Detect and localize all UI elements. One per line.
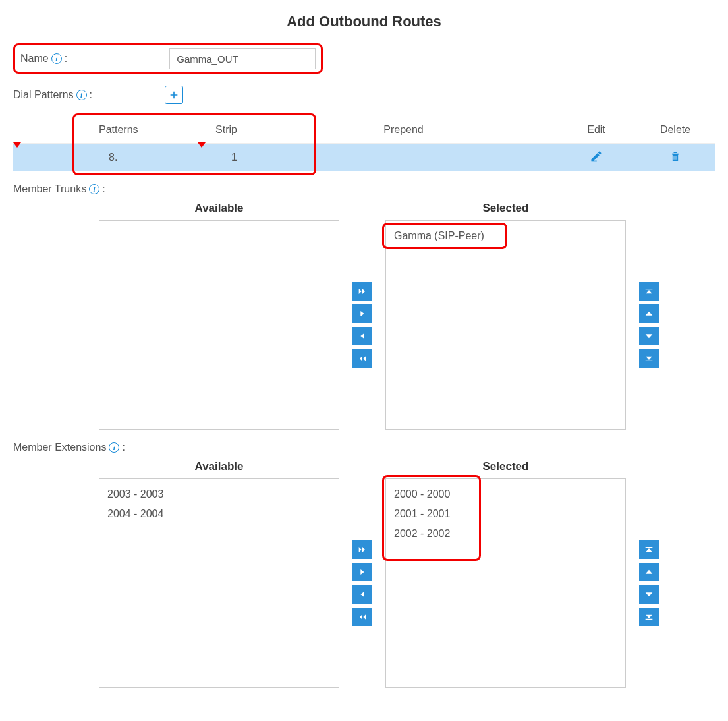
move-down-button[interactable] [639, 327, 659, 345]
bar-chevron-up-icon [644, 544, 654, 555]
dial-patterns-table: Patterns Strip Prepend Edit Delete 8. 1 [13, 116, 715, 171]
double-chevron-left-icon [357, 612, 368, 622]
selected-header: Selected [483, 460, 529, 473]
chevron-down-icon [644, 331, 654, 341]
move-bottom-button[interactable] [639, 608, 659, 626]
name-row-highlight: Name i : [13, 43, 323, 74]
info-icon[interactable]: i [51, 53, 62, 64]
chevron-up-icon [644, 567, 654, 577]
list-item[interactable]: 2002 - 2002 [394, 524, 617, 544]
ext-order-buttons [639, 478, 659, 688]
move-all-left-button[interactable] [352, 349, 372, 368]
trunks-order-buttons [639, 220, 659, 430]
move-left-button[interactable] [352, 585, 372, 604]
list-item[interactable]: Gamma (SIP-Peer) [394, 226, 617, 246]
member-extensions-label-row: Member Extensions i : [13, 442, 715, 453]
move-top-button[interactable] [639, 540, 659, 559]
member-extensions-label: Member Extensions [13, 442, 106, 453]
table-header-row: Patterns Strip Prepend Edit Delete [13, 116, 715, 144]
list-item[interactable]: 2000 - 2000 [394, 484, 617, 504]
plus-icon [169, 90, 179, 100]
move-bottom-button[interactable] [639, 349, 659, 368]
chevron-left-icon [357, 589, 368, 600]
available-header: Available [194, 202, 243, 215]
list-item[interactable]: 2001 - 2001 [394, 504, 617, 524]
move-all-right-button[interactable] [352, 282, 372, 301]
trunks-selected-list[interactable]: Gamma (SIP-Peer) [385, 220, 626, 430]
double-chevron-left-icon [357, 353, 368, 364]
name-input[interactable] [169, 48, 316, 69]
dial-patterns-label-cell: Dial Patterns i : [13, 89, 165, 101]
move-up-button[interactable] [639, 563, 659, 581]
colon: : [90, 89, 92, 101]
add-dial-pattern-button[interactable] [165, 86, 183, 104]
cell-strip: 1 [145, 152, 250, 163]
colon: : [122, 442, 125, 453]
marker-icon [13, 142, 21, 148]
header-edit: Edit [557, 124, 636, 136]
bar-chevron-down-icon [644, 353, 654, 364]
info-icon[interactable]: i [109, 442, 119, 453]
header-patterns: Patterns [13, 124, 145, 136]
pencil-icon [590, 150, 603, 163]
colon: : [102, 183, 105, 195]
move-all-left-button[interactable] [352, 608, 372, 626]
member-trunks-label: Member Trunks [13, 183, 86, 195]
marker-icon [198, 142, 206, 148]
delete-button[interactable] [669, 154, 682, 165]
ext-available-list[interactable]: 2003 - 2003 2004 - 2004 [99, 478, 339, 688]
name-label-cell: Name i : [20, 53, 169, 65]
page-title: Add Outbound Routes [13, 13, 715, 30]
list-item[interactable]: 2004 - 2004 [107, 504, 331, 524]
move-up-button[interactable] [639, 304, 659, 323]
ext-move-buttons [352, 478, 372, 688]
extensions-dual-list: Available 2003 - 2003 2004 - 2004 Select… [99, 460, 715, 688]
move-left-button[interactable] [352, 327, 372, 345]
header-strip: Strip [145, 124, 250, 136]
chevron-left-icon [357, 331, 368, 341]
header-prepend: Prepend [250, 124, 557, 136]
header-delete: Delete [636, 124, 715, 136]
trunks-available-list[interactable] [99, 220, 339, 430]
trunks-dual-list: Available Selected Gamma (SIP-Peer) [99, 202, 715, 430]
ext-selected-list[interactable]: 2000 - 2000 2001 - 2001 2002 - 2002 [385, 478, 626, 688]
chevron-right-icon [357, 308, 368, 319]
chevron-down-icon [644, 589, 654, 600]
colon: : [65, 53, 67, 65]
chevron-right-icon [357, 567, 368, 577]
table-row[interactable]: 8. 1 [13, 144, 715, 171]
move-all-right-button[interactable] [352, 540, 372, 559]
cell-pattern: 8. [13, 152, 145, 163]
available-header: Available [194, 460, 243, 473]
chevron-up-icon [644, 308, 654, 319]
move-top-button[interactable] [639, 282, 659, 301]
trash-icon [669, 150, 682, 163]
move-down-button[interactable] [639, 585, 659, 604]
double-chevron-right-icon [357, 286, 368, 297]
info-icon[interactable]: i [89, 184, 99, 194]
list-item[interactable]: 2003 - 2003 [107, 484, 331, 504]
name-label: Name [20, 53, 49, 65]
edit-button[interactable] [590, 154, 603, 165]
info-icon[interactable]: i [76, 90, 87, 100]
bar-chevron-up-icon [644, 286, 654, 297]
member-trunks-label-row: Member Trunks i : [13, 183, 715, 195]
dial-patterns-label: Dial Patterns [13, 89, 74, 101]
move-right-button[interactable] [352, 304, 372, 323]
double-chevron-right-icon [357, 544, 368, 555]
trunks-move-buttons [352, 220, 372, 430]
bar-chevron-down-icon [644, 612, 654, 622]
selected-header: Selected [483, 202, 529, 215]
move-right-button[interactable] [352, 563, 372, 581]
